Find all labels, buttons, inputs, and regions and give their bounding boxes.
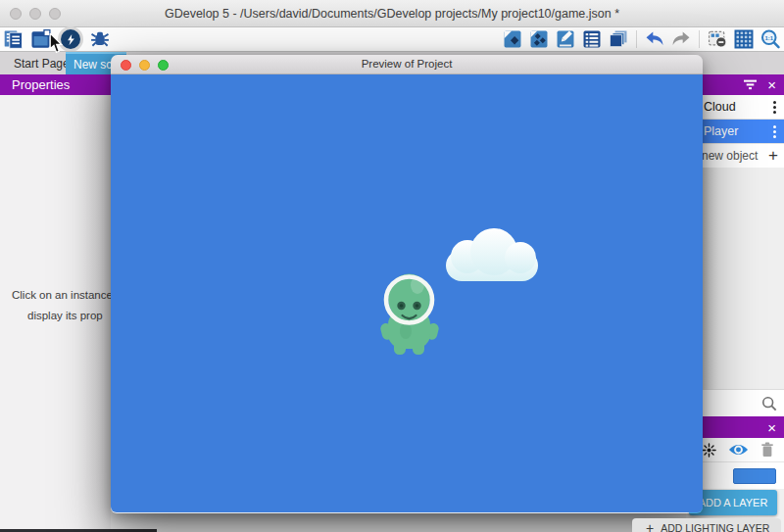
objects-panel-header (699, 74, 784, 95)
object-label: Cloud (704, 100, 771, 114)
add-object-label: new object (702, 149, 768, 163)
project-manager-icon (3, 28, 24, 50)
zoom-label: 1:1 (764, 35, 773, 41)
add-lighting-layer-button[interactable]: ADD LIGHTING LAYER (632, 518, 781, 532)
window-controls (10, 8, 61, 20)
object-row-player[interactable]: Player (699, 120, 784, 144)
plus-icon[interactable] (768, 146, 778, 166)
preview-window-controls (121, 60, 169, 71)
undo-button[interactable] (644, 28, 665, 50)
properties-panel-header[interactable]: Properties (0, 74, 111, 95)
edit-pencil-icon (555, 28, 576, 50)
objects-editor-button[interactable] (502, 28, 523, 50)
close-icon[interactable] (767, 77, 776, 92)
objects-editor-icon (502, 28, 523, 50)
toolbar-separator (636, 30, 637, 48)
redo-icon (670, 28, 692, 50)
plus-icon (646, 520, 654, 532)
zoom-options-button[interactable]: 1:1 (760, 28, 781, 50)
object-menu-dots-icon[interactable] (771, 123, 778, 140)
instances-list-icon (581, 28, 603, 50)
layers-stack-icon (608, 28, 629, 50)
debug-button[interactable] (89, 28, 111, 50)
object-row-cloud[interactable]: Cloud (699, 95, 784, 120)
undo-icon (644, 28, 665, 50)
project-manager-button[interactable] (3, 28, 24, 50)
objects-list-empty-area (699, 168, 784, 389)
preview-window: Preview of Project (111, 55, 703, 513)
objects-search-bar[interactable] (699, 389, 784, 416)
preview-titlebar[interactable]: Preview of Project (111, 55, 703, 74)
minimize-window-icon[interactable] (29, 8, 41, 20)
properties-title: Properties (12, 77, 70, 92)
grid-icon (733, 28, 755, 50)
trash-icon[interactable] (760, 442, 774, 458)
mouse-cursor-icon (49, 33, 64, 54)
toggle-grid-button[interactable] (733, 28, 755, 50)
toolbar-separator (699, 30, 700, 48)
maximize-window-icon[interactable] (158, 60, 169, 71)
hint-line-2: display its prop (0, 306, 111, 326)
maximize-window-icon[interactable] (49, 8, 61, 20)
ambient-light-icon[interactable] (702, 443, 716, 458)
main-toolbar: 1:1 (0, 27, 784, 51)
zoom-1-1-icon: 1:1 (760, 28, 781, 50)
add-lighting-label: ADD LIGHTING LAYER (661, 522, 769, 532)
debug-bug-icon (89, 28, 111, 50)
layer-color-chip[interactable] (733, 468, 776, 484)
cloud-sprite (446, 228, 538, 281)
object-groups-button[interactable] (528, 28, 550, 50)
instances-list-button[interactable] (581, 28, 603, 50)
object-label: Player (704, 124, 771, 138)
search-icon[interactable] (761, 396, 777, 411)
close-window-icon[interactable] (10, 8, 22, 20)
preview-window-title: Preview of Project (111, 55, 703, 73)
objects-panel: Cloud Player new object (699, 74, 784, 416)
redo-button[interactable] (670, 28, 692, 50)
toggle-mask-button[interactable] (707, 28, 728, 50)
close-window-icon[interactable] (121, 60, 131, 71)
layers-button[interactable] (608, 28, 629, 50)
lightning-icon (64, 32, 78, 47)
mask-icon (707, 28, 728, 50)
toolbar-right-group: 1:1 (502, 27, 781, 51)
app-titlebar: GDevelop 5 - /Users/david/Documents/GDev… (0, 0, 784, 27)
properties-panel: Properties Click on an instance in displ… (0, 74, 111, 529)
player-sprite (375, 266, 444, 360)
object-menu-dots-icon[interactable] (771, 99, 778, 116)
close-icon[interactable] (767, 420, 776, 435)
properties-hint: Click on an instance in display its prop (0, 285, 111, 325)
game-canvas[interactable] (111, 74, 703, 512)
app-title: GDevelop 5 - /Users/david/Documents/GDev… (0, 0, 784, 27)
minimize-window-icon[interactable] (139, 60, 150, 71)
filter-icon[interactable] (744, 79, 757, 90)
hint-line-1: Click on an instance in (0, 285, 111, 306)
gdevelop-app-window: GDevelop 5 - /Users/david/Documents/GDev… (0, 0, 784, 532)
preview-circle (61, 29, 80, 49)
add-object-row[interactable]: new object (699, 144, 784, 168)
visibility-eye-icon[interactable] (728, 443, 749, 457)
scene-properties-button[interactable] (555, 28, 576, 50)
object-groups-icon (528, 28, 550, 50)
